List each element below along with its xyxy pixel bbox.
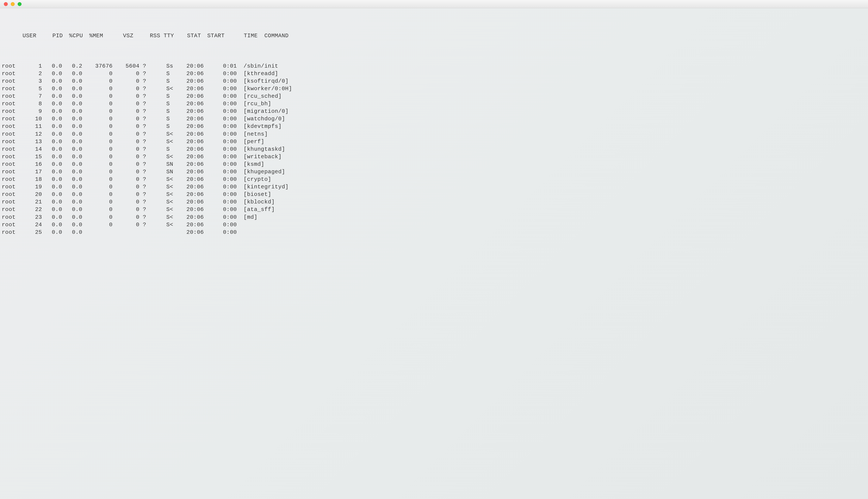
cell-time: 0:00 <box>210 115 237 123</box>
cell-command: [kdevtmpfs] <box>237 123 282 130</box>
cell-mem: 0.0 <box>62 229 83 236</box>
cell-pid: 9 <box>22 108 42 115</box>
cell-cpu: 0.0 <box>42 108 62 115</box>
cell-user: root <box>2 229 22 236</box>
cell-time: 0:00 <box>210 108 237 115</box>
cell-start: 20:06 <box>180 214 210 221</box>
cell-start: 20:06 <box>180 115 210 123</box>
cell-rss: 0 <box>113 146 139 153</box>
cell-start: 20:06 <box>180 70 210 77</box>
process-row: root110.00.000?S20:060:00[kdevtmpfs] <box>2 123 866 130</box>
cell-mem: 0.0 <box>62 131 83 138</box>
cell-mem: 0.0 <box>62 168 83 176</box>
cell-cpu: 0.0 <box>42 146 62 153</box>
cell-pid: 11 <box>22 123 42 130</box>
process-row: root190.00.000?S<20:060:00[kintegrityd] <box>2 183 866 191</box>
cell-user: root <box>2 70 22 77</box>
cell-start: 20:06 <box>180 183 210 191</box>
terminal-output[interactable]: USERPID%CPU%MEMVSZRSSTTYSTATSTARTTIMECOM… <box>0 8 868 253</box>
cell-time: 0:00 <box>210 77 237 85</box>
process-row: root120.00.000?S<20:060:00[netns] <box>2 131 866 138</box>
cell-stat: S <box>153 93 180 100</box>
cell-vsz: 0 <box>82 168 112 176</box>
cell-vsz: 0 <box>82 85 112 93</box>
cell-start: 20:06 <box>180 77 210 85</box>
cell-cpu: 0.0 <box>42 153 62 161</box>
cell-pid: 1 <box>22 62 42 70</box>
cell-user: root <box>2 176 22 183</box>
cell-command: [perf] <box>237 138 264 146</box>
cell-cpu: 0.0 <box>42 183 62 191</box>
cell-vsz: 0 <box>82 70 112 77</box>
cell-user: root <box>2 153 22 161</box>
cell-stat: S< <box>153 131 180 138</box>
cell-stat: S< <box>153 198 180 206</box>
process-row: root70.00.000?S20:060:00[rcu_sched] <box>2 93 866 100</box>
cell-vsz: 0 <box>82 198 112 206</box>
cell-vsz: 0 <box>82 138 112 146</box>
window-close-button[interactable] <box>4 2 8 6</box>
window-zoom-button[interactable] <box>18 2 22 6</box>
cell-vsz: 0 <box>82 214 112 221</box>
cell-cpu: 0.0 <box>42 131 62 138</box>
cell-vsz: 0 <box>82 176 112 183</box>
cell-start: 20:06 <box>180 161 210 168</box>
cell-vsz: 37676 <box>82 62 112 70</box>
cell-user: root <box>2 198 22 206</box>
cell-mem: 0.0 <box>62 191 83 198</box>
process-row: root100.00.000?S20:060:00[watchdog/0] <box>2 115 866 123</box>
cell-mem: 0.0 <box>62 214 83 221</box>
cell-pid: 3 <box>22 77 42 85</box>
cell-user: root <box>2 123 22 130</box>
cell-vsz: 0 <box>82 146 112 153</box>
cell-tty: ? <box>139 146 153 153</box>
cell-user: root <box>2 191 22 198</box>
cell-time: 0:00 <box>210 138 237 146</box>
cell-cpu: 0.0 <box>42 100 62 108</box>
cell-rss: 0 <box>113 153 139 161</box>
cell-stat: S< <box>153 153 180 161</box>
cell-user: root <box>2 138 22 146</box>
cell-rss: 0 <box>113 93 139 100</box>
col-rss: RSS <box>133 32 160 40</box>
window-minimize-button[interactable] <box>11 2 15 6</box>
cell-time: 0:00 <box>210 198 237 206</box>
process-row: root20.00.000?S20:060:00[kthreadd] <box>2 70 866 77</box>
cell-pid: 16 <box>22 161 42 168</box>
cell-mem: 0.0 <box>62 146 83 153</box>
cell-time: 0:00 <box>210 214 237 221</box>
cell-mem: 0.0 <box>62 85 83 93</box>
col-tty: TTY <box>160 32 173 40</box>
process-row: root130.00.000?S<20:060:00[perf] <box>2 138 866 146</box>
cell-user: root <box>2 206 22 213</box>
process-row: root210.00.000?S<20:060:00[kblockd] <box>2 198 866 206</box>
cell-stat: SN <box>153 161 180 168</box>
cell-command: /sbin/init <box>237 62 278 70</box>
cell-stat: S <box>153 146 180 153</box>
cell-time: 0:01 <box>210 62 237 70</box>
cell-rss: 0 <box>113 115 139 123</box>
process-row: root80.00.000?S20:060:00[rcu_bh] <box>2 100 866 108</box>
cell-vsz: 0 <box>82 153 112 161</box>
cell-pid: 17 <box>22 168 42 176</box>
cell-pid: 15 <box>22 153 42 161</box>
cell-rss: 0 <box>113 221 139 229</box>
col-stat: STAT <box>174 32 201 40</box>
cell-stat: S< <box>153 183 180 191</box>
cell-mem: 0.0 <box>62 123 83 130</box>
cell-vsz: 0 <box>82 191 112 198</box>
process-row: root30.00.000?S20:060:00[ksoftirqd/0] <box>2 77 866 85</box>
cell-rss: 0 <box>113 131 139 138</box>
cell-pid: 7 <box>22 93 42 100</box>
cell-cpu: 0.0 <box>42 191 62 198</box>
cell-tty: ? <box>139 100 153 108</box>
cell-command: [khungtaskd] <box>237 146 285 153</box>
cell-user: root <box>2 108 22 115</box>
cell-time: 0:00 <box>210 183 237 191</box>
cell-start: 20:06 <box>180 93 210 100</box>
cell-stat: S< <box>153 138 180 146</box>
cell-cpu: 0.0 <box>42 229 62 236</box>
cell-command: [watchdog/0] <box>237 115 285 123</box>
cell-start: 20:06 <box>180 123 210 130</box>
cell-user: root <box>2 115 22 123</box>
